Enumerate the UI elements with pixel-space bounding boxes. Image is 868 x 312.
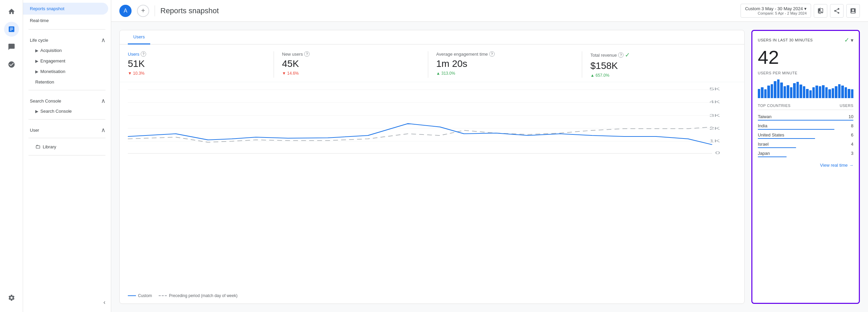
collapse-sidebar-btn[interactable]: ‹ xyxy=(23,295,111,309)
mini-bar xyxy=(832,88,834,98)
library-label: Library xyxy=(43,144,56,149)
engagement-help-icon[interactable]: ? xyxy=(489,51,495,57)
country-users: 6 xyxy=(851,132,853,137)
nav-acquisition[interactable]: ▶ Acquisition xyxy=(23,45,108,56)
users-value: 51K xyxy=(128,58,265,70)
nav-retention[interactable]: Retention xyxy=(23,77,108,87)
metric-users: Users ? 51K ▼ 10.3% xyxy=(128,51,274,78)
mini-bar xyxy=(822,85,824,98)
engagement-label: Engagement xyxy=(40,58,65,63)
date-range-chevron: ▾ xyxy=(804,6,807,11)
legend-custom-label: Custom xyxy=(138,293,152,298)
page-title: Reports snapshot xyxy=(160,6,735,15)
nav-search-console-header[interactable]: Search Console ∧ xyxy=(23,93,111,106)
mini-bar xyxy=(803,86,805,98)
sidebar-icon-rail xyxy=(0,0,23,312)
country-row: Israel 4 xyxy=(758,140,853,149)
nav-monetisation[interactable]: ▶ Monetisation xyxy=(23,66,108,77)
realtime-controls: ✓ ▾ xyxy=(844,36,853,44)
realtime-dropdown-btn[interactable]: ▾ xyxy=(851,37,853,43)
legend-dashed-line xyxy=(159,295,167,296)
nav-search-console-sub[interactable]: ▶ Search Console xyxy=(23,106,108,116)
settings-icon-btn[interactable] xyxy=(4,290,19,305)
engagement-label-text: Average engagement time xyxy=(436,52,488,57)
country-name: India xyxy=(758,123,767,128)
new-users-change: ▼ 14.6% xyxy=(282,71,420,76)
home-icon-btn[interactable] xyxy=(4,4,19,19)
search-console-header-label: Search Console xyxy=(30,98,61,104)
revenue-help-icon[interactable]: ? xyxy=(618,52,624,58)
compare-icon-btn[interactable] xyxy=(814,4,827,18)
country-bar xyxy=(758,129,834,130)
chart-tabs: Users xyxy=(120,30,744,44)
tab-users[interactable]: Users xyxy=(128,30,150,44)
list-item: Japan 3 xyxy=(758,149,853,159)
nav-divider-5 xyxy=(28,155,105,155)
svg-text:0: 0 xyxy=(715,151,720,154)
list-item: Israel 4 xyxy=(758,140,853,149)
chat-icon-btn[interactable] xyxy=(4,39,19,54)
mini-bar xyxy=(790,87,792,98)
country-name: Japan xyxy=(758,151,770,156)
add-property-btn[interactable]: + xyxy=(137,5,149,17)
chart-card: Users Users ? 51K ▼ 10.3% New users ? xyxy=(119,30,745,304)
acquisition-label: Acquisition xyxy=(40,48,62,53)
revenue-change: ▲ 657.0% xyxy=(590,73,728,78)
mini-bar xyxy=(774,81,776,98)
country-users: 10 xyxy=(849,114,853,119)
view-realtime-btn[interactable]: View real time → xyxy=(758,163,853,168)
library-icon: 🗀 xyxy=(35,144,41,150)
users-per-minute-label: USERS PER MINUTE xyxy=(758,71,853,75)
nav-lifecycle-header[interactable]: Life cycle ∧ xyxy=(23,32,111,45)
legend-custom: Custom xyxy=(128,293,152,298)
mini-bar xyxy=(851,89,853,98)
svg-text:5K: 5K xyxy=(709,87,721,91)
country-bar xyxy=(758,120,853,121)
header-divider xyxy=(155,5,155,16)
content-area: Users Users ? 51K ▼ 10.3% New users ? xyxy=(111,22,868,312)
revenue-label-text: Total revenue xyxy=(590,53,617,58)
mini-bar xyxy=(764,89,767,98)
mini-bar xyxy=(812,87,815,98)
user-chevron: ∧ xyxy=(101,126,105,134)
users-help-icon[interactable]: ? xyxy=(141,51,146,57)
nav-reports-snapshot[interactable]: Reports snapshot xyxy=(23,3,108,15)
nav-divider-1 xyxy=(28,29,105,30)
nav-divider-4 xyxy=(28,138,105,138)
top-header: A + Reports snapshot Custom 3 May - 30 M… xyxy=(111,0,868,22)
new-users-label-text: New users xyxy=(282,52,303,57)
country-list: Taiwan 10 India 8 United States 6 Israel… xyxy=(758,113,853,159)
mini-bar xyxy=(806,89,808,98)
top-countries-header: TOP COUNTRIES USERS xyxy=(758,104,853,110)
country-name: Israel xyxy=(758,142,769,147)
mini-bar xyxy=(800,85,802,98)
header-avatar[interactable]: A xyxy=(119,5,132,17)
audience-icon-btn[interactable] xyxy=(4,57,19,72)
analytics-icon-btn[interactable] xyxy=(4,22,19,37)
engagement-change: ▲ 313.0% xyxy=(436,71,574,76)
mini-bar xyxy=(796,82,799,98)
mini-bar xyxy=(761,87,763,98)
mini-bar xyxy=(758,89,760,98)
mini-bar xyxy=(815,86,818,98)
share-icon-btn[interactable] xyxy=(830,4,844,18)
country-row: United States 6 xyxy=(758,131,853,140)
insights-icon-btn[interactable] xyxy=(846,4,860,18)
realtime-card: USERS IN LAST 30 MINUTES ✓ ▾ 42 USERS PE… xyxy=(751,30,860,304)
nav-library[interactable]: 🗀 Library xyxy=(23,141,108,152)
nav-engagement[interactable]: ▶ Engagement xyxy=(23,56,108,66)
list-item: Taiwan 10 xyxy=(758,113,853,122)
nav-reports-snapshot-label: Reports snapshot xyxy=(30,6,64,11)
mini-bar xyxy=(793,83,795,98)
date-range-btn[interactable]: Custom 3 May - 30 May 2024 ▾ Compare: 5 … xyxy=(741,4,811,18)
nav-real-time[interactable]: Real-time xyxy=(23,15,108,26)
list-item: United States 6 xyxy=(758,131,853,140)
new-users-help-icon[interactable]: ? xyxy=(304,51,310,57)
users-col-label: USERS xyxy=(840,104,853,108)
country-users: 8 xyxy=(851,123,853,128)
mini-bar xyxy=(771,84,773,98)
realtime-header: USERS IN LAST 30 MINUTES ✓ ▾ xyxy=(758,36,853,44)
date-range-value: Custom 3 May - 30 May 2024 xyxy=(745,6,803,11)
nav-user-header[interactable]: User ∧ xyxy=(23,122,111,135)
avatar-letter: A xyxy=(124,8,127,14)
